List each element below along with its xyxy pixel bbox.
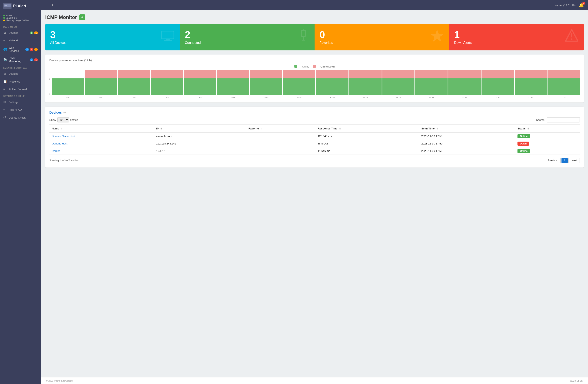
bar-seg-offline xyxy=(316,70,349,78)
bar-label: 16:35 xyxy=(184,96,216,98)
edit-icon[interactable]: ✏ xyxy=(63,111,66,114)
bar-label: 16:40 xyxy=(217,96,249,98)
bar-seg-online xyxy=(151,78,183,95)
sidebar-item-ev-devices[interactable]: 🖥 Devices xyxy=(0,70,41,78)
bar-group xyxy=(515,70,547,95)
sidebar-item-settings[interactable]: ⚙ Settings xyxy=(0,98,41,106)
bar-seg-online xyxy=(316,78,349,95)
stat-card-connected[interactable]: 2 Connected xyxy=(180,24,315,50)
row-ip: 10.1.1.1 xyxy=(154,147,246,155)
add-button[interactable]: + xyxy=(79,14,85,20)
row-scan-time: 2023-11-30 17:50 xyxy=(419,147,515,155)
svg-rect-3 xyxy=(8,6,9,6)
sort-icon-status: ⇅ xyxy=(527,127,529,130)
menu-toggle-icon[interactable]: ☰ xyxy=(45,3,48,7)
stat-label-all: All Devices xyxy=(50,41,66,45)
stat-label-connected: Connected xyxy=(185,41,201,45)
sidebar-item-devices[interactable]: 🖥 Devices 5 1 xyxy=(0,29,41,37)
row-response-time: 11.646 ms xyxy=(315,147,419,155)
sidebar-item-presence[interactable]: 📋 Presence xyxy=(0,78,41,85)
row-name-link[interactable]: Generic Host xyxy=(52,142,67,145)
bar-group xyxy=(415,70,448,95)
table-row: Generic Host 192.168.245.245 TimeOut 202… xyxy=(49,140,580,147)
sidebar-item-help[interactable]: ? Help / FAQ xyxy=(0,106,41,113)
badge-red-icmp: 1 xyxy=(34,58,38,61)
sidebar-item-update[interactable]: ↺ Update Check xyxy=(0,113,41,121)
row-name-link[interactable]: Router xyxy=(52,149,60,153)
stat-number-connected: 2 xyxy=(185,30,201,40)
sidebar-item-journal[interactable]: ≡ Pi.Alert Journal xyxy=(0,85,41,93)
prev-button[interactable]: Previous xyxy=(545,158,561,163)
settings-icon: ⚙ xyxy=(3,100,7,104)
bar-label: 16:20 xyxy=(85,96,117,98)
bar-label: 17:50 xyxy=(547,96,580,98)
sidebar-label-help: Help / FAQ xyxy=(9,108,22,111)
refresh-icon[interactable]: ↻ xyxy=(52,3,55,7)
sidebar-label-settings: Settings xyxy=(9,101,18,104)
bar-group xyxy=(151,70,183,95)
sidebar-label-devices: Devices xyxy=(9,31,18,34)
status-active: Active xyxy=(3,14,38,17)
bar-seg-offline xyxy=(85,70,117,78)
bar-seg-offline xyxy=(382,70,415,78)
search-label: Search: xyxy=(536,118,545,121)
search-box: Search: xyxy=(536,117,580,122)
stat-card-favorites[interactable]: 0 Favorites xyxy=(315,24,449,50)
sidebar-logo: Pi.Alert xyxy=(0,0,41,12)
settings-label: SETTINGS & HELP xyxy=(0,93,41,98)
col-status[interactable]: Status ⇅ xyxy=(515,125,580,132)
row-favorite xyxy=(246,132,315,140)
next-button[interactable]: Next xyxy=(568,158,580,163)
row-favorite xyxy=(246,140,315,147)
sidebar-item-network[interactable]: ≡ Network xyxy=(0,37,41,44)
entries-select[interactable]: 10 25 50 100 xyxy=(57,117,69,122)
pagination: Previous 1 Next xyxy=(545,158,580,163)
stat-card-all-devices[interactable]: 3 All Devices xyxy=(45,24,180,50)
stat-icon-down xyxy=(565,28,579,46)
main-menu-label: MAIN MENU xyxy=(0,24,41,29)
badge-red-ws: 1 xyxy=(30,48,34,51)
bar-label: 16:45 xyxy=(250,96,282,98)
bar-group xyxy=(118,70,150,95)
sidebar-label-presence: Presence xyxy=(9,80,20,83)
svg-rect-7 xyxy=(301,30,306,36)
col-response[interactable]: Response Time ⇅ xyxy=(315,125,419,132)
row-response-time: TimeOut xyxy=(315,140,419,147)
row-status-badge: Online xyxy=(518,134,530,138)
bar-group xyxy=(184,70,216,95)
legend-offline-label: Offline/Down xyxy=(320,65,335,68)
topbar: ☰ ↻ server (17:51:16) 🔔 2 xyxy=(41,0,588,10)
sidebar-item-web-services[interactable]: 🌐 Web Services 2 1 1 xyxy=(0,44,41,55)
help-icon: ? xyxy=(3,108,7,112)
bar-label: 17:40 xyxy=(482,96,514,98)
notification-bell[interactable]: 🔔 2 xyxy=(579,3,584,8)
row-name-link[interactable]: Domain Name Host xyxy=(52,135,75,138)
table-head: Name ⇅ IP ⇅ Favorite ⇅ Response Time ⇅ S… xyxy=(49,125,580,132)
stat-card-down-alerts[interactable]: 1 Down Alerts xyxy=(449,24,584,50)
sort-icon-st: ⇅ xyxy=(436,127,438,130)
col-name[interactable]: Name ⇅ xyxy=(49,125,154,132)
bar-seg-online xyxy=(118,78,150,95)
col-favorite[interactable]: Favorite ⇅ xyxy=(246,125,315,132)
legend-online-icon xyxy=(294,65,298,68)
showing-text: Showing 1 to 3 of 3 entries xyxy=(49,159,79,162)
row-scan-time: 2023-11-30 17:50 xyxy=(419,140,515,147)
bar-seg-online xyxy=(415,78,448,95)
col-scan[interactable]: Scan Time ⇅ xyxy=(419,125,515,132)
search-input[interactable] xyxy=(547,117,580,122)
badge-blue-icmp: 2 xyxy=(30,58,34,61)
bar-seg-online xyxy=(349,78,382,95)
sidebar: Pi.Alert Active Load: 0 0 0 Memory usage… xyxy=(0,0,41,384)
sidebar-item-icmp[interactable]: 📡 ICMP Monitoring 2 1 xyxy=(0,55,41,65)
current-page[interactable]: 1 xyxy=(562,158,568,163)
bar-seg-online xyxy=(250,78,282,95)
bar-label: 16:25 xyxy=(118,96,150,98)
page-title-row: ICMP Monitor + xyxy=(45,14,584,20)
col-ip[interactable]: IP ⇅ xyxy=(154,125,246,132)
bar-group xyxy=(349,70,382,95)
icmp-icon: 📡 xyxy=(3,58,7,62)
sidebar-label-network: Network xyxy=(9,39,19,42)
svg-rect-2 xyxy=(8,5,10,5)
bar-seg-offline xyxy=(118,70,150,78)
footer: © 2023 Puche & leiweibau (2023-11-28) xyxy=(41,377,588,384)
